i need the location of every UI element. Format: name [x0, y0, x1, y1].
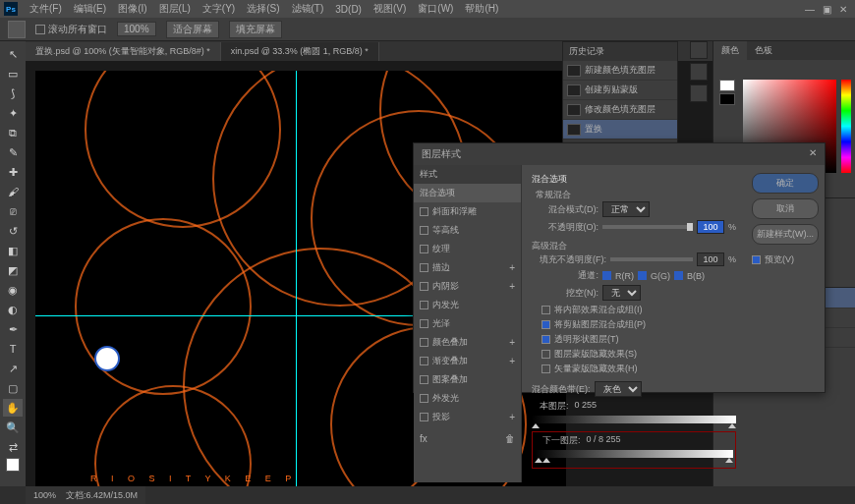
color-swap-icon[interactable]: ⇄ [3, 438, 23, 456]
menu-file[interactable]: 文件(F) [24, 2, 68, 16]
shape-tool[interactable]: ▢ [3, 379, 23, 397]
new-style-button[interactable]: 新建样式(W)... [752, 224, 819, 245]
dialog-titlebar[interactable]: 图层样式 ✕ [414, 143, 825, 165]
menu-window[interactable]: 窗口(W) [412, 2, 459, 16]
menu-filter[interactable]: 滤镜(T) [286, 2, 330, 16]
blend-mode-select[interactable]: 正常 [602, 201, 650, 217]
brush-tool[interactable]: 🖌 [3, 183, 23, 200]
trash-icon[interactable]: 🗑 [505, 433, 515, 444]
fill-screen-button[interactable]: 填充屏幕 [229, 21, 282, 38]
underlying-layer-slider[interactable] [535, 450, 733, 458]
guide-vertical[interactable] [296, 71, 297, 486]
menu-view[interactable]: 视图(V) [368, 2, 412, 16]
adv-opt-4[interactable]: 图层蒙版隐藏效果(S) [532, 348, 736, 361]
knockout-select[interactable]: 无 [602, 285, 641, 301]
zoom-100-button[interactable]: 100% [117, 22, 156, 36]
current-tool-icon[interactable] [8, 21, 26, 38]
blur-tool[interactable]: ◉ [3, 281, 23, 299]
wand-tool[interactable]: ✦ [3, 104, 23, 122]
lasso-tool[interactable]: ⟆ [3, 84, 23, 102]
menu-select[interactable]: 选择(S) [241, 2, 285, 16]
blend-if-select[interactable]: 灰色 [595, 381, 642, 397]
stamp-tool[interactable]: ⎚ [3, 202, 23, 220]
this-layer-slider[interactable] [532, 416, 736, 423]
zoom-level[interactable]: 100% [33, 490, 56, 500]
gradient-tool[interactable]: ◩ [3, 261, 23, 279]
pen-tool[interactable]: ✒ [3, 320, 23, 338]
window-controls: — ▣ ✕ [805, 4, 851, 15]
adv-opt-1[interactable]: 将内部效果混合成组(I) [532, 304, 736, 316]
channel-r-checkbox[interactable] [602, 271, 611, 280]
panel-icon[interactable] [690, 84, 708, 102]
style-item-blend[interactable]: 混合选项 [414, 184, 521, 202]
style-item-outer-glow[interactable]: 外发光 [414, 389, 521, 408]
move-tool[interactable]: ↖ [3, 45, 23, 63]
menu-edit[interactable]: 编辑(E) [68, 2, 112, 16]
style-item-satin[interactable]: 光泽 [414, 314, 521, 333]
style-item-pattern-overlay[interactable]: 图案叠加 [414, 370, 521, 389]
maximize-button[interactable]: ▣ [823, 4, 831, 15]
menu-image[interactable]: 图像(I) [112, 2, 152, 16]
style-item-bevel[interactable]: 斜面和浮雕 [414, 202, 521, 221]
cancel-button[interactable]: 取消 [752, 198, 819, 219]
opacity-input[interactable]: 100 [697, 220, 724, 234]
panel-icon[interactable] [690, 41, 708, 59]
styles-list: 样式 混合选项 斜面和浮雕 等高线 纹理 描边+ 内阴影+ 内发光 光泽 颜色叠… [414, 165, 522, 482]
foreground-swatch[interactable] [6, 458, 20, 472]
channel-g-checkbox[interactable] [638, 271, 647, 280]
hue-slider[interactable] [841, 80, 851, 173]
style-item-texture[interactable]: 纹理 [414, 240, 521, 258]
style-item-contour[interactable]: 等高线 [414, 221, 521, 240]
fit-screen-button[interactable]: 适合屏幕 [166, 21, 219, 38]
history-brush-tool[interactable]: ↺ [3, 222, 23, 240]
history-item[interactable]: 新建颜色填充图层 [563, 61, 677, 81]
doc-info[interactable]: 文档:6.42M/15.0M [66, 489, 138, 502]
style-item-gradient-overlay[interactable]: 渐变叠加+ [414, 352, 521, 370]
doc-tab-2[interactable]: xin.psd @ 33.3% (椭圆 1, RGB/8) * [221, 42, 379, 61]
style-item-inner-glow[interactable]: 内发光 [414, 296, 521, 314]
color-tab[interactable]: 颜色 [713, 41, 747, 60]
bg-swatch[interactable] [719, 93, 735, 105]
swatches-tab[interactable]: 色板 [747, 41, 780, 60]
path-tool[interactable]: ↗ [3, 360, 23, 377]
scroll-all-checkbox[interactable]: 滚动所有窗口 [35, 23, 107, 36]
menu-3d[interactable]: 3D(D) [329, 4, 368, 15]
menu-type[interactable]: 文字(Y) [197, 2, 241, 16]
menu-help[interactable]: 帮助(H) [459, 2, 504, 16]
marquee-tool[interactable]: ▭ [3, 65, 23, 83]
healing-tool[interactable]: ✚ [3, 163, 23, 181]
doc-tab-1[interactable]: 置换.psd @ 100% (矢量智能对象, RGB/8#) * [26, 42, 221, 61]
minimize-button[interactable]: — [805, 4, 815, 15]
history-item[interactable]: 置换 [563, 120, 677, 140]
fx-icon[interactable]: fx [420, 433, 428, 444]
style-item-inner-shadow[interactable]: 内阴影+ [414, 277, 521, 296]
eraser-tool[interactable]: ◧ [3, 242, 23, 259]
fg-swatch[interactable] [719, 80, 735, 91]
blend-mode-label: 混合模式(D): [540, 203, 598, 216]
adv-opt-5[interactable]: 矢量蒙版隐藏效果(H) [532, 363, 736, 375]
styles-header: 样式 [414, 165, 521, 184]
adv-opt-2[interactable]: 将剪贴图层混合成组(P) [532, 318, 736, 331]
style-item-color-overlay[interactable]: 颜色叠加+ [414, 333, 521, 352]
history-item[interactable]: 创建剪贴蒙版 [563, 81, 677, 100]
dodge-tool[interactable]: ◐ [3, 301, 23, 318]
hand-tool[interactable]: ✋ [3, 399, 23, 417]
collapsed-panels [690, 41, 710, 102]
crop-tool[interactable]: ⧉ [3, 124, 23, 141]
style-item-stroke[interactable]: 描边+ [414, 258, 521, 277]
fill-opacity-input[interactable]: 100 [697, 252, 724, 266]
dialog-close-icon[interactable]: ✕ [809, 147, 817, 161]
channel-b-checkbox[interactable] [674, 271, 683, 280]
preview-checkbox[interactable]: 预览(V) [752, 253, 819, 266]
close-button[interactable]: ✕ [839, 4, 847, 15]
options-bar: 滚动所有窗口 100% 适合屏幕 填充屏幕 [0, 18, 855, 41]
type-tool[interactable]: T [3, 340, 23, 358]
eyedropper-tool[interactable]: ✎ [3, 143, 23, 161]
adv-opt-3[interactable]: 透明形状图层(T) [532, 333, 736, 346]
panel-icon[interactable] [690, 63, 708, 81]
history-item[interactable]: 修改颜色填充图层 [563, 100, 677, 120]
zoom-tool[interactable]: 🔍 [3, 419, 23, 436]
menu-layer[interactable]: 图层(L) [153, 2, 197, 16]
style-item-drop-shadow[interactable]: 投影+ [414, 408, 521, 426]
ok-button[interactable]: 确定 [752, 173, 819, 194]
